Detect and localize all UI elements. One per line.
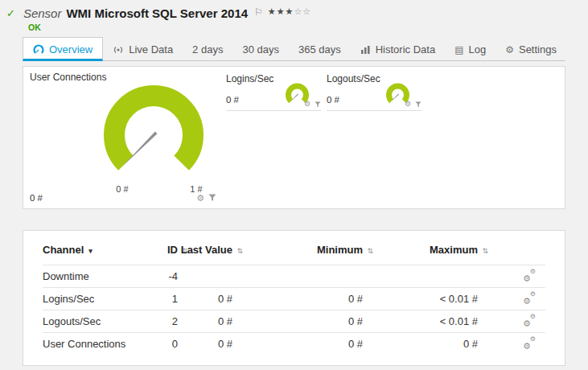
table-row: Downtime -4 ⚙⚙ <box>43 265 545 287</box>
tab-label: Live Data <box>129 43 173 56</box>
tab-label: Log <box>469 43 487 56</box>
gear-icon[interactable]: ⚙ <box>405 101 411 108</box>
gauge-icon <box>33 44 44 55</box>
page-title: WMI Microsoft SQL Server 2014 <box>66 6 248 20</box>
tab-label: 365 days <box>298 43 341 56</box>
cell-id: 0 <box>139 338 178 350</box>
flag-icon[interactable]: ⚐ <box>254 6 263 18</box>
gauge-title: User Connections <box>30 72 223 83</box>
cell-channel: Logins/Sec <box>43 293 139 305</box>
stars-filled: ★★★ <box>268 6 294 17</box>
funnel-icon[interactable] <box>315 101 321 108</box>
column-id[interactable]: ID⇅ <box>139 244 178 257</box>
tab-overview[interactable]: Overview <box>23 37 103 61</box>
tab-30-days[interactable]: 30 days <box>232 38 289 60</box>
cell-channel: Logouts/Sec <box>43 315 139 327</box>
bar-chart-icon <box>360 45 371 55</box>
status-badge: OK <box>28 23 580 32</box>
channel-settings-icon[interactable]: ⚙⚙ <box>523 315 536 327</box>
table-header: Channel▾ ID⇅ Last Value⇅ Minimum⇅ Maximu… <box>43 231 545 265</box>
gauges-panel: User Connections 0 # 1 # 0 # ⚙ Logins/Se… <box>23 66 565 209</box>
cell-last-value: 0 # <box>178 315 232 327</box>
table-row: User Connections 0 0 # 0 # 0 # ⚙⚙ <box>43 332 545 355</box>
stars-empty: ☆☆ <box>294 6 311 17</box>
cell-last-value: 0 # <box>178 338 232 350</box>
column-minimum[interactable]: Minimum⇅ <box>232 244 363 257</box>
broadcast-icon <box>113 45 124 55</box>
cell-maximum: < 0.01 # <box>363 315 478 327</box>
channel-settings-icon[interactable]: ⚙⚙ <box>523 293 536 304</box>
tab-label: 30 days <box>242 43 279 56</box>
tab-historic-data[interactable]: Historic Data <box>351 38 445 60</box>
column-channel[interactable]: Channel▾ <box>43 244 139 257</box>
cell-minimum: 0 # <box>232 315 363 327</box>
cell-id: 1 <box>139 293 178 305</box>
sensor-kind-label: Sensor <box>23 6 62 20</box>
user-connections-dial <box>89 82 218 175</box>
channel-settings-icon[interactable]: ⚙⚙ <box>523 338 536 349</box>
cell-channel: Downtime <box>43 270 139 282</box>
sensor-header: ✓ Sensor WMI Microsoft SQL Server 2014 ⚐… <box>0 0 588 32</box>
gear-icon[interactable]: ⚙ <box>304 101 310 108</box>
gear-icon[interactable]: ⚙ <box>196 194 204 203</box>
channel-settings-icon[interactable]: ⚙⚙ <box>523 270 536 282</box>
gauge-value: 0 # <box>226 95 239 105</box>
funnel-icon[interactable] <box>208 194 216 202</box>
logins-gauge: Logins/Sec 0 # ⚙ <box>226 73 321 111</box>
priority-rating[interactable]: ★★★☆☆ <box>268 6 311 17</box>
tab-label: Overview <box>49 43 93 56</box>
cell-maximum: 0 # <box>363 338 478 350</box>
cell-minimum: 0 # <box>232 338 363 350</box>
sort-icon: ⇅ <box>482 247 488 256</box>
tab-live-data[interactable]: Live Data <box>103 38 183 60</box>
channels-table: Channel▾ ID⇅ Last Value⇅ Minimum⇅ Maximu… <box>23 230 565 366</box>
cell-last-value: 0 # <box>178 293 232 305</box>
tab-label: Settings <box>519 43 557 56</box>
gear-icon: ⚙ <box>505 45 514 55</box>
tab-settings[interactable]: ⚙ Settings <box>495 38 566 60</box>
status-ok-icon: ✓ <box>6 7 15 19</box>
cell-channel: User Connections <box>43 338 139 350</box>
table-row: Logins/Sec 1 0 # 0 # < 0.01 # ⚙⚙ <box>43 287 545 310</box>
cell-id: -4 <box>139 270 178 282</box>
sensor-page: ✓ Sensor WMI Microsoft SQL Server 2014 ⚐… <box>0 0 588 366</box>
cell-minimum: 0 # <box>232 293 363 305</box>
dropdown-icon: ▾ <box>88 247 93 255</box>
tab-label: Historic Data <box>376 43 435 56</box>
log-icon: ▤ <box>454 45 463 55</box>
tab-label: 2 days <box>192 43 223 56</box>
gauge-value: 0 # <box>30 193 43 203</box>
tab-365-days[interactable]: 365 days <box>289 38 351 60</box>
column-last-value[interactable]: Last Value⇅ <box>178 244 232 257</box>
user-connections-gauge: User Connections 0 # 1 # 0 # ⚙ <box>30 72 223 205</box>
table-row: Logouts/Sec 2 0 # 0 # < 0.01 # ⚙⚙ <box>43 310 545 332</box>
tab-2-days[interactable]: 2 days <box>183 38 232 60</box>
tab-log[interactable]: ▤ Log <box>445 38 495 60</box>
cell-id: 2 <box>139 315 178 327</box>
tab-bar: Overview Live Data 2 days 30 days 365 da… <box>23 37 565 61</box>
logouts-gauge: Logouts/Sec 0 # ⚙ <box>327 73 421 111</box>
column-maximum[interactable]: Maximum⇅ <box>363 244 478 257</box>
funnel-icon[interactable] <box>415 101 421 108</box>
cell-maximum: < 0.01 # <box>363 293 478 305</box>
gauge-value: 0 # <box>327 95 339 105</box>
